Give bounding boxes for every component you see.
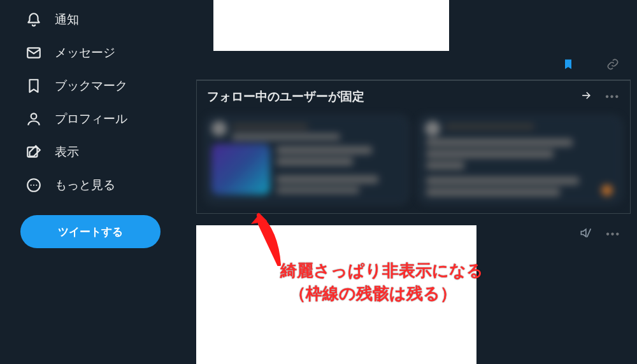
edit-icon: [25, 144, 42, 160]
pinned-more-menu[interactable]: •••: [605, 91, 620, 102]
media-more-menu[interactable]: •••: [606, 228, 620, 240]
envelope-icon: [25, 45, 42, 61]
svg-point-1: [31, 113, 37, 119]
bookmark-icon: [25, 78, 42, 94]
sidebar: 通知 メッセージ ブックマーク プロフィール 表示: [0, 0, 178, 364]
sidebar-item-bookmarks[interactable]: ブックマーク: [18, 71, 178, 101]
sidebar-item-label: ブックマーク: [55, 78, 127, 94]
profile-tab-row: [196, 51, 631, 80]
svg-point-5: [33, 185, 34, 186]
masked-region-bottom: [196, 225, 476, 364]
pinned-open-arrow[interactable]: [580, 89, 592, 104]
main-column: フォロー中のユーザーが固定 •••: [178, 0, 637, 364]
tweet-button[interactable]: ツイートする: [20, 215, 161, 248]
svg-point-6: [36, 185, 37, 186]
sidebar-item-notifications[interactable]: 通知: [18, 5, 178, 34]
masked-region-top: [213, 0, 449, 51]
tab-bookmark-active[interactable]: [555, 58, 581, 73]
sidebar-item-label: 通知: [55, 11, 79, 28]
pinned-header: フォロー中のユーザーが固定 •••: [197, 81, 630, 111]
sidebar-item-label: もっと見る: [55, 177, 115, 193]
pinned-title: フォロー中のユーザーが固定: [207, 88, 364, 105]
sidebar-item-label: プロフィール: [55, 111, 127, 127]
pinned-tweet-card[interactable]: [204, 115, 409, 204]
pinned-users-card: フォロー中のユーザーが固定 •••: [196, 80, 631, 214]
sidebar-item-label: 表示: [55, 144, 79, 160]
pinned-tweet-card[interactable]: [418, 115, 622, 204]
sidebar-item-display[interactable]: 表示: [18, 137, 178, 167]
sidebar-item-more[interactable]: もっと見る: [18, 171, 178, 200]
svg-point-4: [31, 185, 32, 186]
sidebar-item-messages[interactable]: メッセージ: [18, 38, 178, 67]
more-circle-icon: [25, 177, 42, 193]
person-icon: [25, 111, 42, 127]
sidebar-item-label: メッセージ: [55, 45, 115, 61]
svg-line-7: [587, 228, 591, 237]
sidebar-item-profile[interactable]: プロフィール: [18, 104, 178, 134]
mute-icon[interactable]: [579, 227, 592, 242]
tab-link[interactable]: [600, 58, 626, 73]
bell-icon: [25, 11, 42, 28]
